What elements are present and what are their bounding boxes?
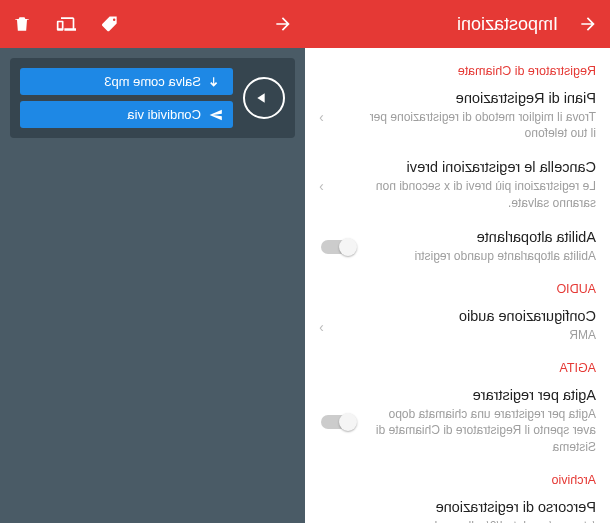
chevron-right-icon: ›	[319, 178, 324, 194]
section-shake: AGITA	[319, 361, 596, 375]
share-label: Condividi via	[127, 107, 201, 122]
row-audio-config[interactable]: Configurazione audio AMR ›	[319, 300, 596, 353]
section-call-recorder: Registratore di Chiamate	[319, 64, 596, 78]
save-icon	[209, 75, 223, 89]
row-title: Piani di Registrazione	[319, 90, 596, 106]
settings-screen: Impostazioni Registratore di Chiamate Pi…	[305, 0, 610, 523]
shake-toggle[interactable]	[321, 415, 355, 429]
player-header	[0, 0, 305, 48]
player-screen: Salva come mp3 Condividi via	[0, 0, 305, 523]
row-delete-short[interactable]: Cancella le registrazioni brevi Le regis…	[319, 151, 596, 220]
section-archive: Archivio	[319, 473, 596, 487]
play-icon	[255, 90, 271, 106]
row-title: Agita per registrare	[319, 387, 596, 403]
row-shake-record[interactable]: Agita per registrare Agita per registrar…	[319, 379, 596, 465]
row-sub: Le registrazioni più brevi di x secondi …	[319, 178, 596, 210]
row-recording-plans[interactable]: Piani di Registrazione Trova il miglior …	[319, 82, 596, 151]
row-title: Configurazione audio	[319, 308, 596, 324]
back-arrow-icon[interactable]	[578, 14, 598, 34]
play-button[interactable]	[243, 77, 285, 119]
share-button[interactable]: Condividi via	[20, 101, 233, 128]
trash-icon[interactable]	[12, 14, 32, 34]
row-title: Abilita altoparlante	[319, 229, 596, 245]
save-mp3-button[interactable]: Salva come mp3	[20, 68, 233, 95]
row-sub: Agita per registrare una chiamata dopo a…	[319, 406, 596, 455]
row-sub: /storage/emulated/0/callrecorder	[319, 518, 596, 523]
row-recording-path[interactable]: Percorso di registrazione /storage/emula…	[319, 491, 596, 523]
row-sub: Abilita altoparlante quando registri	[319, 248, 596, 264]
settings-title: Impostazioni	[457, 14, 558, 35]
action-buttons: Salva come mp3 Condividi via	[20, 68, 233, 128]
back-arrow-icon[interactable]	[273, 14, 293, 34]
row-sub: AMR	[319, 327, 596, 343]
chevron-right-icon: ›	[319, 109, 324, 125]
save-label: Salva come mp3	[104, 74, 201, 89]
player-card: Salva come mp3 Condividi via	[10, 58, 295, 138]
settings-body: Registratore di Chiamate Piani di Regist…	[305, 48, 610, 523]
chevron-right-icon: ›	[319, 319, 324, 335]
section-audio: AUDIO	[319, 282, 596, 296]
row-title: Percorso di registrazione	[319, 499, 596, 515]
row-enable-speaker[interactable]: Abilita altoparlante Abilita altoparlant…	[319, 221, 596, 274]
share-icon	[209, 108, 223, 122]
row-title: Cancella le registrazioni brevi	[319, 159, 596, 175]
tag-icon[interactable]	[100, 14, 120, 34]
devices-icon[interactable]	[56, 14, 76, 34]
row-sub: Trova il miglior metodo di registrazione…	[319, 109, 596, 141]
speaker-toggle[interactable]	[321, 240, 355, 254]
settings-header: Impostazioni	[305, 0, 610, 48]
